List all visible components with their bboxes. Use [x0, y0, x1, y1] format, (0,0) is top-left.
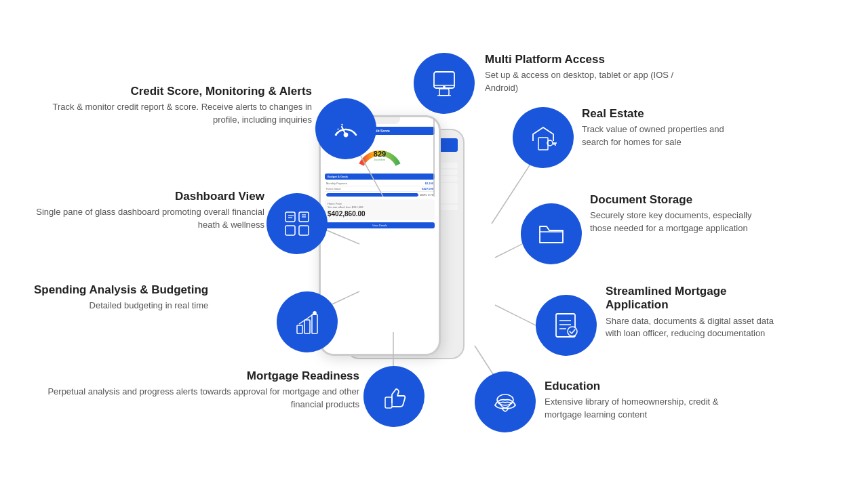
folder-icon — [534, 217, 568, 251]
document-storage-desc: Securely store key documents, especially… — [590, 209, 766, 234]
mortgage-readiness-text: Mortgage Readiness Perpetual analysis an… — [34, 369, 359, 411]
real-estate-title: Real Estate — [582, 107, 745, 121]
streamlined-mortgage-desc: Share data, documents & digital asset da… — [606, 315, 789, 340]
svg-rect-32 — [285, 226, 295, 235]
speedometer-icon — [329, 112, 363, 146]
education-text: Education Extensive library of homeowner… — [545, 380, 734, 421]
dashboard-icon — [280, 207, 314, 241]
svg-line-42 — [342, 124, 342, 125]
multi-platform-circle — [414, 53, 475, 114]
mortgage-readiness-title: Mortgage Readiness — [34, 369, 359, 383]
mortgage-readiness-circle — [363, 366, 425, 427]
credit-score-desc: Track & monitor credit report & score. R… — [34, 101, 312, 125]
streamlined-mortgage-text: Streamlined Mortgage Application Share d… — [606, 285, 789, 340]
svg-line-41 — [338, 129, 338, 129]
svg-rect-33 — [299, 226, 309, 235]
spending-analysis-desc: Detailed budgeting in real time — [34, 300, 208, 312]
svg-point-39 — [344, 134, 348, 137]
spending-analysis-title: Spending Analysis & Budgeting — [34, 283, 208, 297]
main-diagram: Dashboard Credit Score — [0, 0, 868, 488]
credit-score-text: Credit Score, Monitoring & Alerts Track … — [34, 85, 312, 126]
dashboard-view-text: Dashboard View Single pane of glass dash… — [34, 190, 264, 231]
education-icon — [488, 385, 522, 419]
svg-rect-27 — [304, 320, 310, 333]
svg-point-23 — [568, 327, 577, 336]
svg-rect-30 — [285, 212, 295, 222]
chart-icon — [290, 305, 324, 339]
house-keys-icon — [526, 121, 560, 155]
real-estate-text: Real Estate Track value of owned propert… — [582, 107, 745, 148]
mortgage-readiness-desc: Perpetual analysis and progress alerts t… — [34, 386, 359, 410]
svg-point-29 — [313, 312, 316, 314]
svg-rect-28 — [312, 314, 317, 333]
multi-platform-desc: Set up & access on desktop, tablet or ap… — [485, 69, 675, 94]
real-estate-desc: Track value of owned properties and sear… — [582, 123, 745, 148]
spending-analysis-text: Spending Analysis & Budgeting Detailed b… — [34, 283, 208, 312]
education-circle — [475, 371, 536, 432]
streamlined-mortgage-circle — [536, 295, 597, 356]
credit-score-title: Credit Score, Monitoring & Alerts — [34, 85, 312, 98]
streamlined-mortgage-title: Streamlined Mortgage Application — [606, 285, 789, 312]
education-desc: Extensive library of homeownership, cred… — [545, 396, 734, 420]
dashboard-view-title: Dashboard View — [34, 190, 264, 203]
document-storage-text: Document Storage Securely store key docu… — [590, 193, 766, 235]
thumbsup-icon — [377, 380, 411, 413]
tablet-icon — [427, 66, 461, 100]
svg-rect-14 — [538, 138, 548, 150]
education-title: Education — [545, 380, 734, 393]
real-estate-circle — [513, 107, 574, 168]
document-storage-title: Document Storage — [590, 193, 766, 207]
svg-rect-11 — [439, 89, 449, 96]
document-storage-circle — [521, 203, 582, 264]
dashboard-view-desc: Single pane of glass dashboard promoting… — [34, 206, 264, 230]
multi-platform-text: Multi Platform Access Set up & access on… — [485, 53, 675, 94]
dashboard-view-circle — [267, 193, 328, 254]
credit-score-circle — [315, 98, 376, 159]
mortgage-app-icon — [549, 308, 583, 342]
spending-analysis-circle — [277, 291, 338, 352]
multi-platform-title: Multi Platform Access — [485, 53, 675, 66]
svg-rect-25 — [385, 397, 392, 408]
svg-rect-26 — [297, 325, 302, 333]
